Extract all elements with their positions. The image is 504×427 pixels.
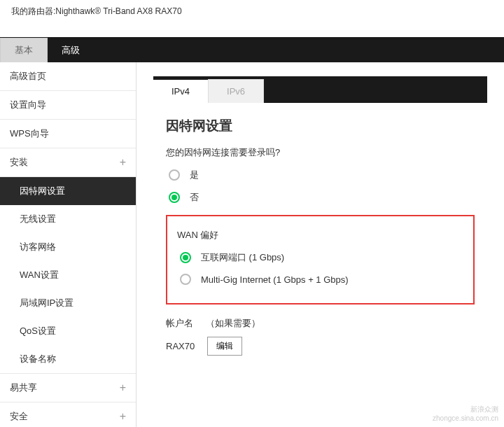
sidebar: 高级首页 设置向导 WPS向导 安装+ 因特网设置 无线设置 访客网络 WAN设… [0,62,136,427]
watermark: 新浪众测 zhongce.sina.com.cn [433,405,498,423]
inner-tab-bar: IPv4 IPv6 [153,76,487,103]
tab-basic[interactable]: 基本 [0,38,48,62]
tab-ipv6[interactable]: IPv6 [208,79,264,103]
tab-ipv4[interactable]: IPv4 [153,80,208,103]
sidebar-item-security[interactable]: 安全+ [0,402,136,427]
radio-wan-1gbps-label: 互联网端口 (1 Gbps) [201,251,284,264]
radio-wan-multigig[interactable] [180,274,191,285]
radio-row-wan1[interactable]: 互联网端口 (1 Gbps) [177,251,463,264]
tab-advanced[interactable]: 高级 [48,38,94,62]
sidebar-item-home[interactable]: 高级首页 [0,62,136,91]
radio-no[interactable] [169,192,180,203]
router-header: 我的路由器:Nighthawk® Tri-Band AX8 RAX70 [0,0,504,23]
main-tab-bar: 基本 高级 [0,37,504,62]
radio-no-label: 否 [190,191,199,204]
settings-panel: 因特网设置 您的因特网连接需要登录吗? 是 否 WAN 偏好 互联网端口 (1 … [153,103,487,370]
sidebar-item-easyshare[interactable]: 易共享+ [0,373,136,402]
wan-pref-label: WAN 偏好 [177,229,463,241]
login-question: 您的因特网连接需要登录吗? [166,146,475,159]
sidebar-sub-qos[interactable]: QoS设置 [0,317,136,345]
plus-icon: + [120,410,126,423]
account-hint: （如果需要） [206,317,260,330]
plus-icon: + [120,156,126,169]
account-name-row: 帐户名 （如果需要） [166,317,475,330]
radio-yes[interactable] [169,169,180,181]
sidebar-item-wps[interactable]: WPS向导 [0,120,136,148]
router-model: Nighthawk® Tri-Band AX8 RAX70 [55,6,181,16]
sidebar-sub-internet[interactable]: 因特网设置 [0,177,136,205]
radio-wan-multigig-label: Multi-Gig Internet (1 Gbps + 1 Gbps) [201,274,349,285]
radio-row-no[interactable]: 否 [166,191,475,204]
account-label: 帐户名 [166,317,193,330]
sidebar-sub-lan[interactable]: 局域网IP设置 [0,289,136,317]
sidebar-item-wizard[interactable]: 设置向导 [0,91,136,120]
panel-title: 因特网设置 [166,117,475,135]
radio-row-wan2[interactable]: Multi-Gig Internet (1 Gbps + 1 Gbps) [177,274,463,285]
sidebar-sub-wan[interactable]: WAN设置 [0,261,136,289]
edit-button[interactable]: 编辑 [207,337,242,356]
router-label: 我的路由器: [11,6,55,16]
radio-yes-label: 是 [190,169,199,181]
sidebar-sub-device[interactable]: 设备名称 [0,345,136,373]
radio-row-yes[interactable]: 是 [166,169,475,181]
sidebar-sub-guest[interactable]: 访客网络 [0,233,136,261]
account-value: RAX70 [166,341,195,351]
sidebar-sub-wireless[interactable]: 无线设置 [0,205,136,233]
plus-icon: + [120,382,126,394]
account-value-row: RAX70 编辑 [166,337,475,356]
sidebar-item-install[interactable]: 安装+ [0,148,136,177]
content-area: IPv4 IPv6 因特网设置 您的因特网连接需要登录吗? 是 否 WAN 偏好… [136,62,504,427]
radio-wan-1gbps[interactable] [180,252,191,263]
wan-pref-box: WAN 偏好 互联网端口 (1 Gbps) Multi-Gig Internet… [166,215,475,304]
